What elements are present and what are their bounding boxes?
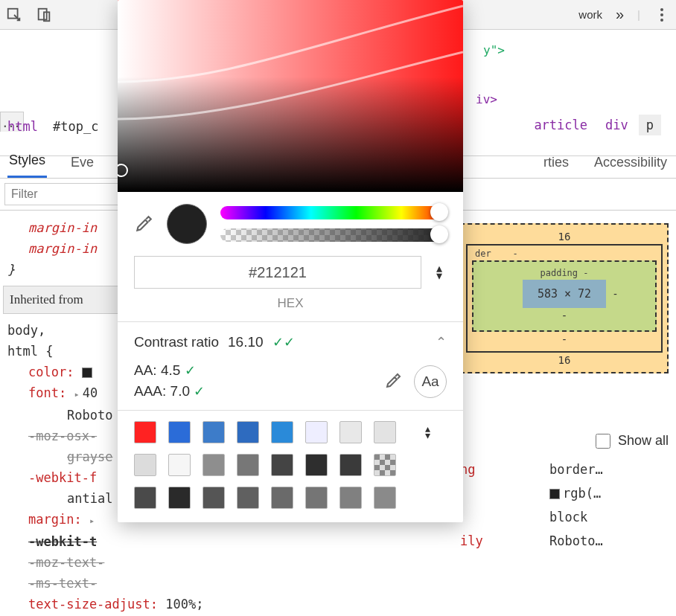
palette-swatch[interactable] — [339, 454, 362, 476]
prop-ms-text[interactable]: -ms-text- — [7, 573, 339, 594]
tab-accessibility[interactable]: Accessibility — [593, 149, 669, 178]
contrast-row: Contrast ratio 16.10 ✓✓ ⌃ — [118, 322, 463, 362]
computed-row: ngborder… — [460, 458, 669, 481]
show-all-row: Show all — [460, 433, 669, 449]
svg-rect-1 — [39, 8, 47, 19]
box-model[interactable]: 16 der - padding - - 583 × 72 - - - 16 — [460, 223, 669, 373]
alpha-slider[interactable] — [220, 228, 447, 242]
palette-swatch[interactable] — [339, 487, 362, 509]
palette-swatch[interactable] — [339, 421, 362, 443]
text-sample-icon[interactable]: Aa — [414, 365, 447, 398]
palette-swatch[interactable] — [134, 421, 156, 443]
device-toggle-icon[interactable] — [36, 7, 52, 23]
palette-swatch[interactable] — [203, 454, 225, 476]
chevron-up-icon[interactable]: ⌃ — [436, 334, 447, 350]
palette-swatch[interactable] — [305, 487, 328, 509]
computed-row: block — [460, 505, 669, 529]
hue-slider[interactable] — [220, 206, 447, 219]
palette-swatch[interactable] — [271, 454, 293, 476]
hue-thumb[interactable] — [430, 203, 448, 221]
computed-panel: 16 der - padding - - 583 × 72 - - - 16 S… — [460, 223, 669, 553]
selector-html[interactable]: html — [7, 119, 38, 134]
palette-swatch[interactable] — [168, 421, 191, 443]
alpha-thumb[interactable] — [430, 225, 448, 243]
palette-swatch-transparent[interactable] — [374, 454, 396, 476]
palette-swatch[interactable] — [134, 454, 156, 476]
prop-webkit-text[interactable]: -webkit-t — [7, 531, 339, 552]
palette-swatch[interactable] — [203, 421, 225, 443]
hex-input[interactable] — [134, 256, 421, 289]
show-all-label: Show all — [618, 433, 669, 449]
palette-swatch[interactable] — [134, 487, 156, 509]
contrast-curve-icon — [118, 0, 463, 192]
check-icon: ✓✓ — [272, 334, 295, 350]
color-picker-popover: ▴▾ HEX Contrast ratio 16.10 ✓✓ ⌃ AA: 4.5… — [118, 0, 463, 522]
palette-swatch[interactable] — [203, 487, 225, 509]
crumb-article[interactable]: article — [526, 115, 595, 135]
check-icon: ✓ — [185, 363, 196, 378]
palette-swatch[interactable] — [374, 421, 396, 443]
palette-swatch[interactable] — [374, 487, 396, 509]
box-margin-top: 16 — [466, 229, 663, 244]
selector-id[interactable]: #top_c — [53, 119, 98, 134]
palette-swatch[interactable] — [271, 487, 293, 509]
palette-swatch[interactable] — [237, 454, 259, 476]
prop-text-size-adjust[interactable]: text-size-adjust: 100%; — [7, 594, 339, 615]
saturation-value-panel[interactable] — [118, 0, 463, 192]
crumb-p[interactable]: p — [639, 115, 661, 135]
palette-swatch[interactable] — [305, 421, 328, 443]
box-margin-bottom: 16 — [466, 353, 663, 368]
selector-path-row: html #top_c — [0, 112, 118, 141]
inspect-element-icon[interactable] — [6, 7, 22, 23]
computed-row: rgb(… — [460, 481, 669, 505]
tab-properties[interactable]: rties — [542, 149, 570, 178]
computed-list: ngborder… rgb(… block ilyRoboto… — [460, 458, 669, 553]
svg-point-3 — [660, 8, 663, 11]
palette-grid: ▴▾ — [118, 411, 463, 522]
tab-event-listeners[interactable]: Eve — [69, 149, 95, 178]
show-all-checkbox[interactable] — [596, 434, 610, 449]
tab-styles[interactable]: Styles — [7, 147, 47, 178]
svg-point-4 — [660, 13, 663, 16]
palette-stepper-icon[interactable]: ▴▾ — [408, 426, 447, 439]
box-content-size: 583 × 72 — [523, 280, 606, 308]
computed-row: ilyRoboto… — [460, 529, 669, 553]
palette-swatch[interactable] — [305, 454, 328, 476]
palette-swatch[interactable] — [168, 454, 191, 476]
dom-attr-fragment: y"> — [483, 43, 505, 57]
palette-swatch[interactable] — [168, 487, 191, 509]
svg-point-5 — [660, 19, 663, 22]
palette-swatch[interactable] — [271, 421, 293, 443]
palette-swatch[interactable] — [237, 487, 259, 509]
check-icon: ✓ — [194, 384, 205, 399]
palette-swatch[interactable] — [237, 421, 259, 443]
shorthand-expand-icon[interactable]: ▸ — [74, 389, 79, 400]
dom-close-fragment: iv> — [476, 92, 497, 106]
prop-moz-text[interactable]: -moz-text- — [7, 552, 339, 573]
overflow-icon[interactable]: » — [616, 6, 624, 23]
format-stepper-icon[interactable]: ▴▾ — [432, 265, 447, 280]
shorthand-expand-icon-2[interactable]: ▸ — [89, 516, 95, 526]
toolbar-tab-partial[interactable]: work — [578, 8, 602, 21]
current-color-swatch — [167, 204, 207, 244]
bg-eyedropper-icon[interactable] — [384, 372, 404, 391]
kebab-menu-icon[interactable] — [654, 7, 670, 23]
eyedropper-icon[interactable] — [134, 214, 153, 234]
contrast-ratio-value: 16.10 — [228, 334, 264, 350]
color-swatch-icon[interactable] — [82, 368, 92, 378]
crumb-div[interactable]: div — [598, 115, 636, 135]
color-format-label: HEX — [118, 296, 463, 321]
